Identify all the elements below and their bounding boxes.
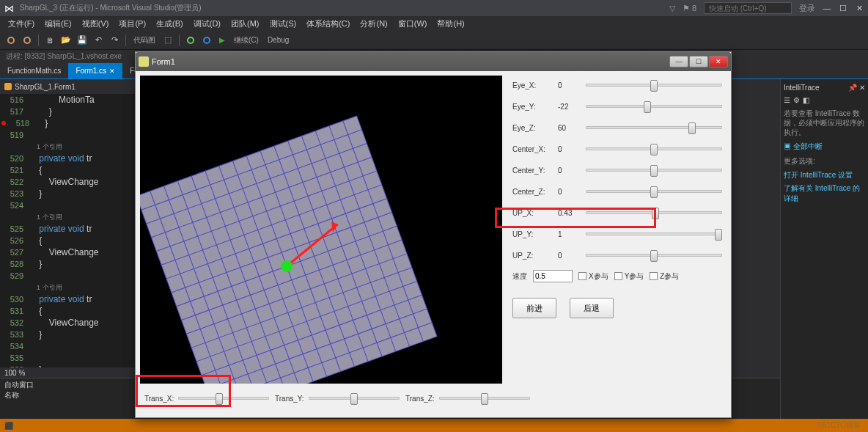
notif-icon[interactable]: ▽ bbox=[669, 4, 675, 13]
forward-button[interactable]: 前进 bbox=[512, 298, 556, 318]
slider-thumb[interactable] bbox=[650, 80, 658, 92]
form1-close-icon[interactable]: ✕ bbox=[709, 56, 728, 67]
slider-label: UP_X: bbox=[512, 209, 552, 217]
tool-icon-3[interactable]: ◧ bbox=[803, 96, 809, 104]
close-icon[interactable]: ✕ bbox=[855, 4, 864, 13]
check-X参与[interactable]: X参与 bbox=[578, 271, 608, 282]
form1-min-icon[interactable]: — bbox=[669, 56, 688, 67]
open-icon[interactable]: 📂 bbox=[59, 34, 73, 47]
speed-input[interactable] bbox=[533, 270, 573, 282]
form1-max-icon[interactable]: ☐ bbox=[689, 56, 708, 67]
slider-thumb[interactable] bbox=[481, 393, 488, 405]
bottom-slider-transy: Trans_Y: bbox=[275, 395, 400, 403]
slider-thumb[interactable] bbox=[688, 122, 696, 134]
login-link[interactable]: 登录 bbox=[799, 3, 815, 14]
window-title: SharpGL_3 (正在运行) - Microsoft Visual Stud… bbox=[20, 3, 202, 13]
notif-flag-icon[interactable]: ⚑ 8 bbox=[683, 4, 696, 13]
checkbox-icon[interactable] bbox=[650, 272, 658, 280]
new-icon[interactable]: 🗎 bbox=[43, 34, 56, 47]
menu-item[interactable]: 帮助(H) bbox=[432, 17, 469, 31]
slider-track[interactable] bbox=[586, 126, 722, 129]
undo-icon[interactable]: ↶ bbox=[92, 34, 105, 47]
menu-item[interactable]: 测试(S) bbox=[265, 17, 302, 31]
tb-icon-a[interactable]: ⬚ bbox=[161, 34, 174, 47]
vs-logo-icon: ⋈ bbox=[4, 3, 14, 14]
menu-item[interactable]: 调试(D) bbox=[188, 17, 226, 31]
breadcrumb[interactable]: SharpGL_1.Form1 bbox=[0, 79, 135, 94]
checkbox-icon[interactable] bbox=[578, 272, 586, 280]
pin-icon[interactable]: 📌 bbox=[848, 84, 857, 92]
slider-track[interactable] bbox=[586, 254, 722, 257]
slider-thumb[interactable] bbox=[650, 165, 658, 177]
slider-thumb[interactable] bbox=[650, 250, 658, 262]
tab-close-icon[interactable]: ✕ bbox=[109, 67, 115, 75]
slider-thumb[interactable] bbox=[652, 208, 659, 219]
tb-green[interactable] bbox=[184, 34, 197, 47]
menu-item[interactable]: 视图(V) bbox=[77, 17, 114, 31]
slider-thumb[interactable] bbox=[715, 229, 722, 241]
maximize-icon[interactable]: ☐ bbox=[839, 4, 847, 13]
watermark: ©51CTO博客 bbox=[817, 420, 861, 431]
tb-play-icon[interactable]: ▶ bbox=[216, 36, 228, 44]
back-button[interactable]: 后退 bbox=[570, 298, 614, 318]
menu-item[interactable]: 体系结构(C) bbox=[301, 17, 355, 31]
menu-item[interactable]: 项目(P) bbox=[114, 17, 151, 31]
redo-icon[interactable]: ↷ bbox=[108, 34, 121, 47]
editor-tab[interactable]: FunctionMath.cs bbox=[0, 63, 68, 78]
minimize-icon[interactable]: — bbox=[823, 4, 831, 12]
slider-track[interactable] bbox=[586, 233, 722, 235]
slider-label: Center_Y: bbox=[512, 166, 552, 175]
opengl-viewport[interactable] bbox=[140, 76, 502, 384]
slider-track[interactable] bbox=[309, 397, 400, 400]
process-label: 进程: [9332] SharpGL_1.vshost.exe bbox=[6, 51, 122, 62]
slider-track[interactable] bbox=[586, 84, 722, 87]
control-column: Eye_X:0Eye_Y:-22Eye_Z:60Center_X:0Center… bbox=[507, 71, 731, 379]
titlebar: ⋈ SharpGL_3 (正在运行) - Microsoft Visual St… bbox=[0, 0, 868, 16]
slider-row-eyex: Eye_X:0 bbox=[512, 78, 722, 92]
tool-icon-2[interactable]: ⚙ bbox=[793, 96, 800, 104]
save-icon[interactable]: 💾 bbox=[76, 34, 89, 47]
bottom-slider-label: Trans_Y: bbox=[275, 395, 304, 403]
open-settings-link[interactable]: 打开 IntelliTrace 设置 bbox=[784, 170, 865, 180]
menu-item[interactable]: 生成(B) bbox=[151, 17, 188, 31]
slider-track[interactable] bbox=[178, 397, 269, 400]
checkbox-icon[interactable] bbox=[614, 272, 622, 280]
slider-track[interactable] bbox=[586, 105, 722, 108]
slider-track[interactable] bbox=[586, 190, 722, 193]
slider-track[interactable] bbox=[439, 397, 530, 400]
slider-thumb[interactable] bbox=[216, 393, 223, 405]
code-editor[interactable]: 516 MotionTa517 }518 }519 1 个引用520 priva… bbox=[0, 94, 135, 376]
menu-item[interactable]: 编辑(E) bbox=[40, 17, 77, 31]
check-Z参与[interactable]: Z参与 bbox=[650, 271, 679, 282]
slider-thumb[interactable] bbox=[650, 186, 658, 198]
menu-item[interactable]: 分析(N) bbox=[355, 17, 392, 31]
slider-row-eyez: Eye_Z:60 bbox=[512, 121, 722, 134]
slider-label: UP_Z: bbox=[512, 252, 552, 260]
menu-item[interactable]: 文件(F) bbox=[3, 17, 40, 31]
slider-thumb[interactable] bbox=[644, 101, 651, 113]
slider-track[interactable] bbox=[586, 211, 722, 214]
form1-titlebar[interactable]: Form1 — ☐ ✕ bbox=[136, 52, 731, 71]
slider-thumb[interactable] bbox=[650, 144, 658, 155]
nav-back-icon[interactable] bbox=[4, 34, 18, 47]
slider-track[interactable] bbox=[586, 169, 722, 172]
slider-track[interactable] bbox=[586, 147, 722, 150]
menu-item[interactable]: 窗口(W) bbox=[393, 17, 433, 31]
close-panel-icon[interactable]: ✕ bbox=[859, 84, 865, 92]
nav-fwd-icon[interactable] bbox=[21, 34, 34, 47]
intellitrace-panel: IntelliTrace 📌 ✕ ☰ ⚙ ◧ 若要查看 IntelliTrace… bbox=[780, 79, 868, 419]
continue-label[interactable]: 继续(C) bbox=[231, 35, 262, 45]
zoom-level[interactable]: 100 % bbox=[4, 369, 25, 377]
config-label[interactable]: Debug bbox=[265, 36, 292, 44]
learn-more-link[interactable]: 了解有关 IntelliTrace 的详细 bbox=[784, 183, 865, 204]
slider-thumb[interactable] bbox=[350, 393, 358, 405]
menu-item[interactable]: 团队(M) bbox=[226, 17, 265, 31]
break-all-link[interactable]: ▣ 全部中断 bbox=[784, 142, 865, 152]
tool-icon-1[interactable]: ☰ bbox=[784, 96, 790, 104]
tb-blue[interactable] bbox=[200, 34, 213, 47]
status-icon: ⬛ bbox=[4, 422, 13, 430]
check-Y参与[interactable]: Y参与 bbox=[614, 271, 644, 282]
editor-tab[interactable]: Form1.cs✕ bbox=[68, 63, 122, 78]
quick-launch-input[interactable] bbox=[704, 2, 792, 14]
codemap-label[interactable]: 代码图 bbox=[130, 35, 158, 45]
